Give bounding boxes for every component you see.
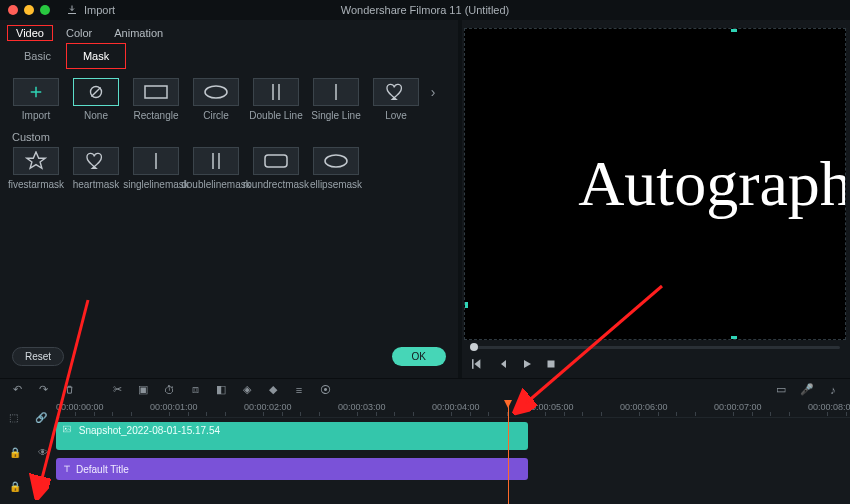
- image-icon: [62, 424, 72, 434]
- record-button[interactable]: ⦿: [318, 383, 332, 397]
- svg-rect-2: [145, 86, 167, 98]
- track-lock-video[interactable]: 🔒: [9, 447, 21, 458]
- mask-label: heartmask: [73, 179, 120, 190]
- magnet-icon[interactable]: ⬚: [9, 412, 18, 423]
- mask-label: ellipsemask: [310, 179, 362, 190]
- svg-rect-14: [63, 426, 71, 432]
- preview-scrubber[interactable]: [470, 346, 840, 349]
- svg-point-11: [325, 155, 347, 167]
- ellipse-icon: [193, 78, 239, 106]
- mask-label: Double Line: [249, 110, 302, 121]
- dline-icon: [253, 78, 299, 106]
- undo-button[interactable]: ↶: [10, 383, 24, 397]
- mask-heartmask[interactable]: heartmask: [66, 147, 126, 190]
- track-visible-title[interactable]: 👁: [38, 481, 48, 492]
- custom-section-label: Custom: [0, 125, 458, 145]
- mask-love[interactable]: Love: [366, 78, 426, 121]
- sline-icon: [133, 147, 179, 175]
- mask-label: Circle: [203, 110, 229, 121]
- timeline-ruler[interactable]: 00:00:00:0000:00:01:0000:00:02:0000:00:0…: [56, 400, 850, 418]
- mask-label: Single Line: [311, 110, 360, 121]
- import-label: Import: [84, 4, 115, 16]
- link-icon[interactable]: 🔗: [35, 412, 47, 423]
- mask-double-line[interactable]: Double Line: [246, 78, 306, 121]
- mask-none[interactable]: None: [66, 78, 126, 121]
- split-button[interactable]: ✂: [110, 383, 124, 397]
- more-button[interactable]: ≡: [292, 383, 306, 397]
- mask-label: Rectangle: [133, 110, 178, 121]
- ruler-tick: 00:00:06:00: [620, 402, 668, 412]
- tab-animation[interactable]: Animation: [106, 26, 171, 40]
- svg-line-1: [91, 87, 100, 96]
- mask-label: Love: [385, 110, 407, 121]
- mask-doublelinemask[interactable]: doublelinemask: [186, 147, 246, 190]
- svg-rect-10: [265, 155, 287, 167]
- close-window[interactable]: [8, 5, 18, 15]
- mask-roundrectmask[interactable]: roundrectmask: [246, 147, 306, 190]
- minimize-window[interactable]: [24, 5, 34, 15]
- marker-button[interactable]: ▭: [774, 383, 788, 397]
- transform-handle-bottom[interactable]: [731, 336, 737, 340]
- transform-handle-left[interactable]: [464, 302, 468, 308]
- mask-singlelinemask[interactable]: singlelinemask: [126, 147, 186, 190]
- ellipse-icon: [313, 147, 359, 175]
- mask-label: fivestarmask: [8, 179, 64, 190]
- trim-button[interactable]: ⧈: [188, 383, 202, 397]
- ok-button[interactable]: OK: [392, 347, 446, 366]
- mask-label: doublelinemask: [181, 179, 251, 190]
- transform-handle-top[interactable]: [731, 28, 737, 32]
- subtab-basic[interactable]: Basic: [8, 44, 67, 68]
- mask-circle[interactable]: Circle: [186, 78, 246, 121]
- preview-text: Autograph: [578, 147, 846, 221]
- keyframe-button[interactable]: ◆: [266, 383, 280, 397]
- maximize-window[interactable]: [40, 5, 50, 15]
- window-title: Wondershare Filmora 11 (Untitled): [341, 4, 510, 16]
- crop-button[interactable]: ▣: [136, 383, 150, 397]
- none-icon: [73, 78, 119, 106]
- mask-single-line[interactable]: Single Line: [306, 78, 366, 121]
- ruler-tick: 00:00:03:00: [338, 402, 386, 412]
- rrect-icon: [253, 147, 299, 175]
- heart-icon: [73, 147, 119, 175]
- mask-next-arrow[interactable]: ›: [426, 78, 440, 106]
- reset-button[interactable]: Reset: [12, 347, 64, 366]
- mask-fivestarmask[interactable]: fivestarmask: [6, 147, 66, 190]
- ruler-tick: 00:00:02:00: [244, 402, 292, 412]
- mixer-button[interactable]: ♪: [826, 383, 840, 397]
- mask-label: singlelinemask: [123, 179, 189, 190]
- tab-color[interactable]: Color: [58, 26, 100, 40]
- ruler-tick: 00:00:01:00: [150, 402, 198, 412]
- delete-button[interactable]: [62, 383, 76, 397]
- ruler-tick: 00:00:04:00: [432, 402, 480, 412]
- playhead[interactable]: [508, 400, 509, 504]
- mask-label: Import: [22, 110, 50, 121]
- download-icon: [66, 4, 78, 16]
- ruler-tick: 00:00:05:00: [526, 402, 574, 412]
- step-back-button[interactable]: [472, 358, 484, 372]
- track-visible-video[interactable]: 👁: [38, 447, 48, 458]
- ruler-tick: 00:00:07:00: [714, 402, 762, 412]
- tab-video[interactable]: Video: [8, 26, 52, 40]
- track-lock-title[interactable]: 🔒: [9, 481, 21, 492]
- sline-icon: [313, 78, 359, 106]
- scrubber-knob[interactable]: [470, 343, 478, 351]
- import-menu[interactable]: Import: [66, 4, 115, 16]
- subtab-mask[interactable]: Mask: [67, 44, 125, 68]
- mask-ellipsemask[interactable]: ellipsemask: [306, 147, 366, 190]
- step-prev-button[interactable]: [498, 359, 508, 371]
- timeline-clip-title[interactable]: Default Title: [56, 458, 528, 480]
- play-button[interactable]: [522, 359, 532, 371]
- preview-viewport[interactable]: Autograph: [464, 28, 846, 340]
- ruler-tick: 00:00:00:00: [56, 402, 104, 412]
- adjust-button[interactable]: ◧: [214, 383, 228, 397]
- stop-button[interactable]: [546, 359, 556, 371]
- video-clip-label: Snapshot_2022-08-01-15.17.54: [79, 425, 220, 436]
- mask-import[interactable]: Import: [6, 78, 66, 121]
- mask-rectangle[interactable]: Rectangle: [126, 78, 186, 121]
- speed-button[interactable]: ⏱: [162, 383, 176, 397]
- mic-button[interactable]: 🎤: [800, 383, 814, 397]
- mask-label: roundrectmask: [243, 179, 309, 190]
- redo-button[interactable]: ↷: [36, 383, 50, 397]
- color-button[interactable]: ◈: [240, 383, 254, 397]
- timeline-clip-video[interactable]: Snapshot_2022-08-01-15.17.54: [56, 422, 528, 450]
